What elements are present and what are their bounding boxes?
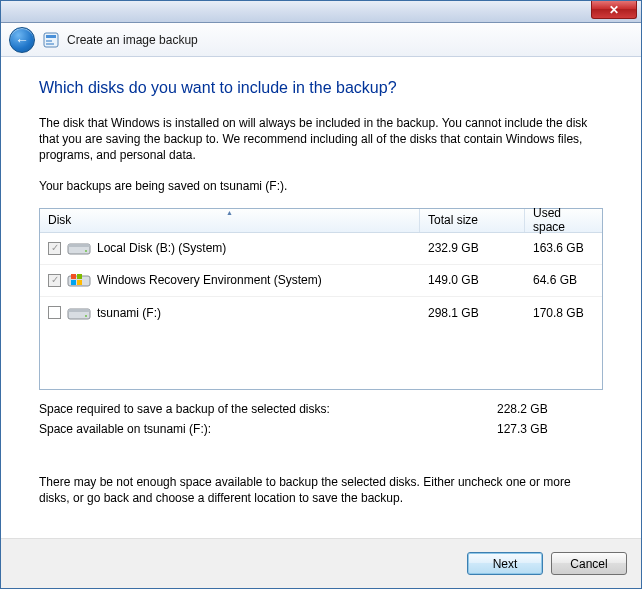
close-button[interactable]: ✕ (591, 1, 637, 19)
svg-rect-1 (46, 35, 56, 38)
svg-rect-5 (68, 244, 90, 247)
nav-bar: ← Create an image backup (1, 23, 641, 57)
cancel-button[interactable]: Cancel (551, 552, 627, 575)
close-icon: ✕ (609, 4, 619, 16)
svg-rect-11 (77, 280, 82, 285)
windows-drive-icon (67, 271, 91, 289)
cell-used-space: 64.6 GB (525, 273, 602, 287)
cell-total-size: 298.1 GB (420, 306, 525, 320)
table-row[interactable]: Local Disk (B:) (System)232.9 GB163.6 GB (40, 233, 602, 265)
svg-rect-13 (68, 309, 90, 312)
table-row[interactable]: tsunami (F:)298.1 GB170.8 GB (40, 297, 602, 329)
hard-drive-icon (67, 239, 91, 257)
page-description: The disk that Windows is installed on wi… (39, 115, 603, 164)
svg-point-6 (85, 250, 87, 252)
back-button[interactable]: ← (9, 27, 35, 53)
wizard-title: Create an image backup (67, 33, 198, 47)
column-label: Disk (48, 213, 71, 227)
summary-value: 127.3 GB (497, 422, 603, 436)
wizard-icon (43, 32, 59, 48)
disk-name: Local Disk (B:) (System) (97, 241, 226, 255)
disk-checkbox (48, 274, 61, 287)
cell-used-space: 163.6 GB (525, 241, 602, 255)
summary-label: Space available on tsunami (F:): (39, 422, 497, 436)
svg-rect-8 (71, 274, 76, 279)
titlebar: ✕ (1, 1, 641, 23)
table-empty-space (40, 329, 602, 389)
page-heading: Which disks do you want to include in th… (39, 79, 603, 97)
summary-label: Space required to save a backup of the s… (39, 402, 497, 416)
disk-table: Disk ▲ Total size Used space Local Disk … (39, 208, 603, 390)
svg-rect-3 (46, 43, 54, 45)
cell-total-size: 149.0 GB (420, 273, 525, 287)
disk-checkbox[interactable] (48, 306, 61, 319)
space-warning: There may be not enough space available … (39, 474, 603, 506)
content-area: Which disks do you want to include in th… (1, 57, 641, 538)
disk-name: Windows Recovery Environment (System) (97, 273, 322, 287)
table-row[interactable]: Windows Recovery Environment (System)149… (40, 265, 602, 297)
wizard-window: ✕ ← Create an image backup Which disks d… (0, 0, 642, 589)
cell-disk: Local Disk (B:) (System) (40, 239, 420, 257)
space-summary: Space required to save a backup of the s… (39, 402, 603, 436)
disk-checkbox (48, 242, 61, 255)
button-bar: Next Cancel (1, 538, 641, 588)
cell-disk: tsunami (F:) (40, 304, 420, 322)
column-label: Used space (533, 206, 594, 234)
svg-point-14 (85, 315, 87, 317)
svg-rect-9 (77, 274, 82, 279)
summary-row-available: Space available on tsunami (F:): 127.3 G… (39, 422, 603, 436)
cell-disk: Windows Recovery Environment (System) (40, 271, 420, 289)
svg-rect-2 (46, 40, 52, 42)
next-button[interactable]: Next (467, 552, 543, 575)
disk-name: tsunami (F:) (97, 306, 161, 320)
hard-drive-icon (67, 304, 91, 322)
column-label: Total size (428, 213, 478, 227)
back-arrow-icon: ← (15, 33, 29, 47)
svg-rect-10 (71, 280, 76, 285)
table-header: Disk ▲ Total size Used space (40, 209, 602, 233)
summary-row-required: Space required to save a backup of the s… (39, 402, 603, 416)
save-location-text: Your backups are being saved on tsunami … (39, 178, 603, 194)
column-header-used[interactable]: Used space (525, 209, 602, 232)
cell-total-size: 232.9 GB (420, 241, 525, 255)
summary-value: 228.2 GB (497, 402, 603, 416)
sort-asc-icon: ▲ (226, 209, 233, 216)
column-header-total[interactable]: Total size (420, 209, 525, 232)
table-body: Local Disk (B:) (System)232.9 GB163.6 GB… (40, 233, 602, 329)
cell-used-space: 170.8 GB (525, 306, 602, 320)
column-header-disk[interactable]: Disk ▲ (40, 209, 420, 232)
